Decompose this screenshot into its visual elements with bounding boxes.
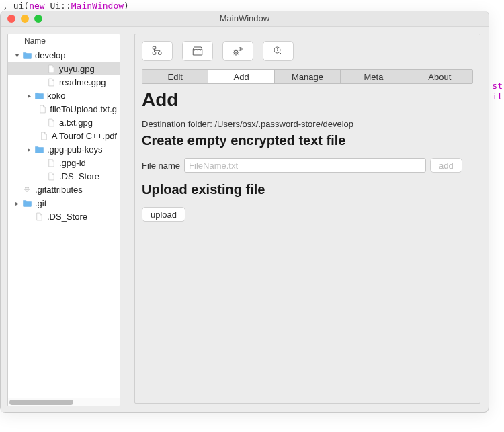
tree-row[interactable]: .DS_Store: [8, 210, 120, 223]
store-icon: [191, 45, 204, 57]
window-title: MainWindow: [1, 13, 489, 24]
destination-line: Destination folder: /Users/osx/.password…: [142, 119, 473, 129]
svg-point-1: [26, 189, 28, 190]
tree-column-header[interactable]: Name: [8, 34, 120, 48]
window-controls: [7, 15, 42, 23]
page-title: Add: [142, 89, 473, 111]
tree-item-label: readme.gpg: [59, 77, 106, 87]
tree-body[interactable]: ▾developyuyu.gpgreadme.gpg▸kokofileToUpl…: [8, 48, 120, 398]
chevron-right-icon[interactable]: ▸: [24, 146, 34, 153]
section-upload-heading: Upload existing file: [142, 182, 473, 198]
toolbar-store-button[interactable]: [182, 41, 213, 61]
toolbar-settings-button[interactable]: [222, 41, 253, 61]
add-button[interactable]: add: [430, 158, 462, 173]
tree-row[interactable]: ▸.git: [8, 196, 120, 210]
svg-point-8: [240, 48, 241, 50]
toolbar-tree-button[interactable]: [142, 41, 173, 61]
tree-row[interactable]: A Tourof C++.pdf: [8, 129, 120, 142]
code-background: , ui(new Ui::MainWindow): [0, 0, 504, 11]
scrollbar-thumb[interactable]: [9, 400, 73, 405]
tree-item-label: .DS_Store: [47, 212, 87, 222]
tab-edit[interactable]: Edit: [142, 70, 208, 83]
destination-label: Destination folder:: [142, 119, 214, 129]
tree-item-label: .gpg-id: [59, 158, 86, 168]
file-icon: [46, 118, 56, 127]
zoom-window-button[interactable]: [34, 15, 42, 23]
svg-rect-3: [159, 52, 162, 55]
close-window-button[interactable]: [7, 15, 15, 23]
tab-meta[interactable]: Meta: [341, 70, 407, 83]
file-icon: [46, 64, 56, 73]
file-icon: [34, 212, 44, 221]
file-icon: [46, 158, 56, 167]
tree-item-label: .DS_Store: [59, 171, 99, 181]
chevron-right-icon[interactable]: ▸: [12, 200, 22, 207]
zoom-icon: [271, 45, 285, 57]
main-panel: EditAddManageMetaAbout Add Destination f…: [126, 27, 489, 412]
file-icon: [46, 77, 56, 87]
tree-row[interactable]: a.txt.gpg: [8, 116, 120, 129]
chevron-down-icon[interactable]: ▾: [12, 52, 22, 59]
tree-item-label: .git: [35, 198, 46, 208]
gears-icon: [231, 45, 245, 57]
toolbar: [142, 41, 473, 61]
svg-point-7: [239, 48, 242, 51]
tab-about[interactable]: About: [407, 70, 472, 83]
tab-bar: EditAddManageMetaAbout: [142, 69, 473, 84]
tree-row[interactable]: ▸.gpg-pub-keys: [8, 142, 120, 156]
svg-point-5: [234, 50, 238, 54]
upload-row: upload: [142, 207, 473, 222]
tree-item-label: .gpg-pub-keys: [47, 144, 102, 155]
filename-input[interactable]: [184, 158, 426, 173]
gear-icon: [22, 185, 32, 194]
tree-icon: [151, 45, 164, 57]
svg-point-6: [235, 52, 237, 53]
chevron-right-icon[interactable]: ▸: [24, 92, 34, 99]
main-window: MainWindow Name ▾developyuyu.gpgreadme.g…: [0, 11, 489, 413]
tree-item-label: develop: [35, 50, 66, 60]
svg-rect-4: [153, 52, 156, 55]
file-icon: [40, 131, 48, 140]
tree-row[interactable]: .DS_Store: [8, 169, 120, 183]
tree-row[interactable]: ▸koko: [8, 89, 120, 102]
tree-item-label: koko: [47, 91, 65, 101]
sidebar: Name ▾developyuyu.gpgreadme.gpg▸kokofile…: [1, 27, 126, 412]
filename-label: File name: [142, 161, 180, 171]
file-tree: Name ▾developyuyu.gpgreadme.gpg▸kokofile…: [7, 34, 120, 406]
tree-item-label: .gitattributes: [35, 185, 83, 195]
titlebar[interactable]: MainWindow: [1, 11, 489, 27]
filename-row: File name add: [142, 158, 473, 173]
upload-button[interactable]: upload: [142, 207, 185, 222]
tab-add[interactable]: Add: [208, 70, 274, 83]
toolbar-search-button[interactable]: [263, 41, 294, 61]
tree-item-label: A Tourof C++.pdf: [52, 131, 117, 141]
tree-row[interactable]: .gitattributes: [8, 183, 120, 196]
file-icon: [46, 171, 56, 181]
folder-icon: [22, 50, 32, 60]
folder-icon: [22, 198, 32, 208]
horizontal-scrollbar[interactable]: [8, 398, 120, 406]
tree-item-label: fileToUpload.txt.g: [50, 104, 117, 114]
code-edge: st it: [492, 81, 503, 102]
destination-path: /Users/osx/.password-store/develop: [214, 119, 353, 129]
tree-row[interactable]: .gpg-id: [8, 156, 120, 169]
minimize-window-button[interactable]: [21, 15, 29, 23]
file-icon: [38, 104, 47, 114]
tab-manage[interactable]: Manage: [275, 70, 341, 83]
folder-icon: [34, 91, 44, 100]
tree-row[interactable]: ▾develop: [8, 48, 120, 62]
tree-item-label: a.txt.gpg: [59, 118, 93, 128]
tree-row[interactable]: readme.gpg: [8, 75, 120, 89]
tree-item-label: yuyu.gpg: [59, 64, 95, 74]
tree-row[interactable]: yuyu.gpg: [8, 62, 120, 75]
folder-icon: [34, 144, 44, 154]
svg-rect-2: [153, 46, 156, 49]
section-create-heading: Create empty encrypted text file: [142, 133, 473, 148]
tree-row[interactable]: fileToUpload.txt.g: [8, 102, 120, 116]
